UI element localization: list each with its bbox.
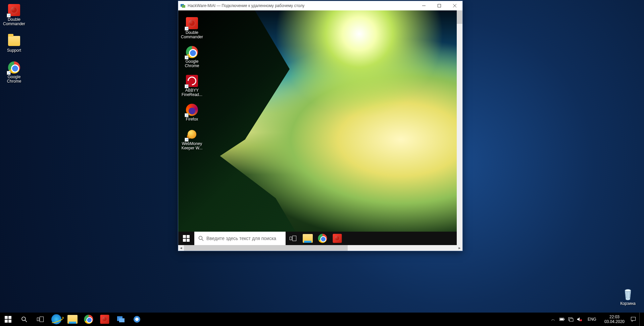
taskbar-button-dc[interactable] [330,232,345,245]
taskbar-button-explorer[interactable] [300,232,315,245]
search-icon [198,236,204,241]
desktop-icon-double-commander[interactable]: ↗Double Commander [1,3,27,26]
desktop-icon-label: Google Chrome [180,59,204,68]
rdp-titlebar[interactable]: HackWare-MiAl — Подключение к удаленному… [178,1,462,10]
svg-rect-9 [290,237,292,240]
rdp-vertical-scrollbar[interactable] [457,10,462,245]
svg-rect-10 [293,236,296,241]
taskbar-button-dc[interactable] [97,313,113,326]
svg-rect-26 [631,317,636,321]
taskbar-button-app2[interactable] [129,313,145,326]
action-center-icon[interactable] [631,317,636,322]
recycle-bin-label: Корзина [620,301,636,306]
shortcut-arrow-icon: ↗ [185,84,189,88]
taskbar-button-start[interactable] [0,313,16,326]
remote-search-box[interactable]: Введите здесь текст для поиска [194,232,286,245]
remote-desktop-icons: ↗Double Commander↗Google Chrome↗ABBYY Fi… [180,16,204,150]
shortcut-arrow-icon: ↗ [185,113,189,117]
desktop-icon-label: WebMoney Keeper W... [180,142,204,150]
svg-rect-14 [40,317,44,322]
rdp-viewport: ↗Double Commander↗Google Chrome↗ABBYY Fi… [178,10,462,245]
close-button[interactable] [447,1,462,10]
desktop-icon-label: Double Commander [180,31,204,39]
taskbar-button-chrome[interactable] [315,232,330,245]
taskbar-button-search[interactable] [16,313,32,326]
clock-time: 22:03 [604,315,625,319]
network-icon[interactable] [568,317,574,322]
scroll-left-button[interactable]: ◄ [178,245,184,251]
desktop-icon-double-commander[interactable]: ↗Double Commander [180,16,204,39]
shortcut-arrow-icon: ↗ [185,138,189,142]
minimize-button[interactable] [416,1,432,10]
remote-search-placeholder: Введите здесь текст для поиска [206,236,276,241]
host-taskbar: ︿ ENG 22:03 03.04.2020 [0,313,644,326]
shortcut-arrow-icon: ↗ [185,55,189,59]
svg-rect-20 [564,319,564,320]
scroll-right-button[interactable]: ► [457,245,462,251]
language-indicator[interactable]: ENG [586,317,598,322]
remote-start-button[interactable] [178,232,194,245]
taskbar-button-chrome[interactable] [81,313,97,326]
window-controls [416,1,462,10]
rdp-app-icon [180,3,186,8]
desktop-icon-firefox[interactable]: ↗Firefox [180,103,204,122]
taskbar-button-ie[interactable] [48,313,64,326]
svg-rect-16 [119,318,125,322]
shortcut-arrow-icon: ↗ [7,13,11,17]
desktop-icon-label: Support [7,48,21,53]
remote-taskbar-apps [286,232,345,245]
desktop-icon-google-chrome[interactable]: ↗Google Chrome [1,61,27,84]
shortcut-arrow-icon: ↗ [7,71,11,75]
tray-chevron-up-icon[interactable]: ︿ [551,317,556,322]
taskbar-button-app1[interactable] [113,313,129,326]
svg-rect-13 [37,318,39,321]
svg-rect-2 [182,5,185,8]
rdp-horizontal-scrollbar[interactable]: ◄ ► [178,245,462,251]
taskbar-button-taskview[interactable] [286,232,300,245]
recycle-bin[interactable]: Корзина [615,287,641,306]
remote-desktop[interactable]: ↗Double Commander↗Google Chrome↗ABBYY Fi… [178,10,457,245]
shortcut-arrow-icon: ↗ [185,27,189,31]
windows-icon [183,235,190,242]
host-desktop-icons: ↗Double CommanderSupport↗Google Chrome [1,3,27,84]
svg-point-0 [625,289,631,292]
taskbar-clock[interactable]: 22:03 03.04.2020 [602,315,627,324]
desktop-icon-label: Firefox [186,117,198,122]
scrollbar-thumb[interactable] [457,10,462,24]
maximize-button[interactable] [432,1,447,10]
svg-line-8 [202,239,204,241]
scrollbar-track[interactable] [184,245,457,251]
host-desktop-icons-right: Корзина [615,287,641,306]
svg-rect-4 [438,4,441,7]
battery-icon[interactable] [559,317,565,322]
desktop-icon-label: Double Commander [1,17,27,26]
desktop-icon-google-chrome[interactable]: ↗Google Chrome [180,45,204,68]
trash-icon [622,287,634,301]
system-tray: ︿ ENG 22:03 03.04.2020 [548,313,644,326]
desktop-icon-label: Google Chrome [1,75,27,84]
svg-rect-23 [569,319,573,321]
svg-point-11 [22,317,26,321]
show-desktop-button[interactable] [639,313,641,326]
host-taskbar-apps [0,313,145,326]
scrollbar-thumb[interactable] [184,245,348,251]
desktop-icon-abbyy[interactable]: ↗ABBYY FineRead... [180,74,204,97]
desktop-icon-webmoney[interactable]: ↗WebMoney Keeper W... [180,128,204,150]
taskbar-button-taskview[interactable] [32,313,48,326]
volume-icon[interactable] [577,317,582,322]
remote-taskbar: Введите здесь текст для поиска [178,232,457,245]
svg-rect-21 [560,318,563,320]
svg-point-18 [135,318,139,321]
desktop-icon-label: ABBYY FineRead... [180,88,204,97]
rdp-window: HackWare-MiAl — Подключение к удаленному… [178,1,463,251]
svg-line-12 [25,320,27,322]
rdp-title: HackWare-MiAl — Подключение к удаленному… [188,3,416,8]
clock-date: 03.04.2020 [604,319,625,324]
rdp-body: ↗Double Commander↗Google Chrome↗ABBYY Fi… [178,10,462,251]
svg-point-7 [199,236,202,240]
desktop-icon-support-folder[interactable]: Support [1,34,27,53]
taskbar-button-explorer[interactable] [64,313,81,326]
